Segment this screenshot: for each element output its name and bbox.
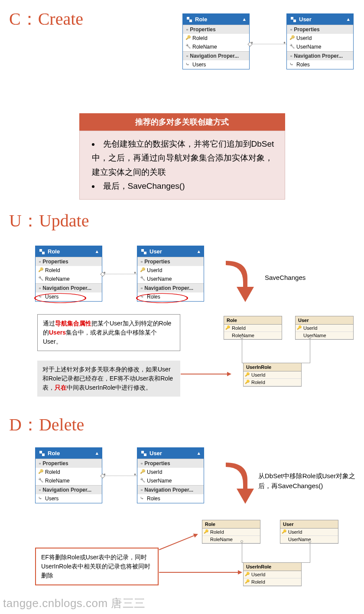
nav-roles: Roles — [287, 60, 353, 69]
db-header: UserInRole — [244, 563, 301, 571]
slide-update: U：Update Role ▴ ▫Properties RoleId RoleN… — [0, 202, 364, 406]
entity-header: Role ▴ — [36, 246, 102, 257]
properties-section: ▫Properties — [137, 257, 204, 266]
nav-section: ▫Navigation Proper... — [137, 283, 204, 292]
svg-rect-4 — [39, 249, 42, 252]
prop-userid: UserId — [287, 34, 353, 43]
entity-header: User ▴ — [137, 448, 204, 459]
db-connector — [302, 363, 310, 363]
chevron-up-icon: ▴ — [198, 249, 200, 254]
slide-create: C：Create Role ▴ ▫Properties RoleId RoleN… — [0, 0, 364, 202]
slide-title-update: U：Update — [9, 209, 359, 233]
callout-item-2: 最后，SaveChanges() — [92, 179, 277, 193]
svg-rect-1 — [189, 20, 192, 22]
db-col: RoleName — [224, 332, 282, 339]
slide-title-delete: D：Delete — [9, 413, 359, 437]
svg-rect-8 — [39, 451, 42, 453]
prop-roleid: RoleId — [183, 34, 249, 43]
thin-arrow-icon — [159, 572, 241, 573]
svg-rect-3 — [293, 20, 296, 22]
svg-rect-7 — [144, 252, 146, 254]
nav-roles: Roles — [137, 494, 204, 503]
chevron-up-icon: ▴ — [243, 16, 246, 22]
savechanges-label: SaveChanges — [265, 274, 306, 281]
chevron-up-icon: ▴ — [96, 249, 98, 254]
prop-username: UserName — [137, 275, 204, 283]
entity-name: User — [299, 16, 312, 23]
textbox-delete-note: EF将删除Role或User表中的记录，同时UserInRole表中相关联的记录… — [35, 548, 159, 585]
db-table-junction: UserInRole UserId RoleId — [243, 363, 302, 387]
db-connector — [242, 338, 242, 363]
prop-roleid: RoleId — [36, 468, 102, 476]
svg-rect-0 — [187, 17, 189, 20]
db-connector-end — [309, 336, 311, 339]
db-connector — [242, 562, 250, 563]
prop-rolename: RoleName — [36, 476, 102, 485]
db-col: UserId — [244, 571, 301, 578]
prop-rolename: RoleName — [183, 43, 249, 51]
connector — [103, 274, 137, 274]
entity-user: User ▴ ▫Properties UserId UserName ▫Navi… — [137, 447, 204, 503]
svg-rect-2 — [291, 17, 293, 20]
db-col: UserId — [244, 371, 301, 379]
prop-username: UserName — [287, 43, 353, 51]
db-table-user: User UserId UserName — [295, 316, 354, 340]
entity-user: User ▴ ▫Properties UserId UserName ▫Navi… — [137, 246, 204, 302]
entity-header: User ▴ — [287, 14, 353, 25]
big-arrow-icon — [221, 261, 256, 304]
entity-header: Role ▴ — [183, 14, 249, 25]
db-connector — [242, 363, 250, 363]
slide-delete: D：Delete Role ▴ ▫Properties RoleId RoleN… — [0, 406, 364, 614]
thin-arrow-icon — [181, 374, 231, 374]
db-connector-end — [309, 540, 311, 543]
entity-role: Role ▴ ▫Properties RoleId RoleName ▫Navi… — [35, 246, 102, 302]
svg-rect-10 — [141, 451, 144, 453]
prop-username: UserName — [137, 476, 204, 485]
properties-section: ▫Properties — [287, 25, 353, 34]
entity-name: User — [150, 450, 162, 456]
nav-users: Users — [36, 494, 102, 503]
db-connector — [310, 338, 310, 363]
db-header: Role — [202, 520, 260, 529]
connector — [250, 44, 286, 44]
db-connector-end — [240, 336, 243, 339]
svg-rect-6 — [141, 249, 144, 252]
textbox-nav-explanation: 通过导航集合属性把某个User加入到特定的Role的Users集合中，或者从此集… — [37, 314, 180, 351]
properties-section: ▫Properties — [36, 257, 102, 266]
chevron-up-icon: ▴ — [96, 450, 98, 456]
entity-header: Role ▴ — [36, 448, 102, 459]
prop-userid: UserId — [137, 468, 204, 476]
entity-name: Role — [48, 248, 60, 255]
nav-section: ▫Navigation Proper... — [137, 485, 204, 494]
db-connector — [310, 542, 310, 562]
properties-section: ▫Properties — [183, 25, 249, 34]
db-header: Role — [224, 316, 282, 325]
db-table-role: Role RoleId RoleName — [202, 520, 260, 544]
entity-name: Role — [48, 450, 60, 456]
watermark: tangge.cnblogs.com 唐三三 — [3, 596, 146, 611]
nav-users: Users — [183, 60, 249, 69]
db-col: RoleId — [202, 529, 260, 536]
db-col: UserId — [296, 325, 353, 332]
nav-users: Users — [36, 292, 102, 301]
db-col: RoleId — [244, 379, 301, 386]
nav-section: ▫Navigation Proper... — [36, 283, 102, 292]
callout-box: 推荐的多对多关联创建方式 先创建独立的数据实体，并将它们追加到DbSet中，之后… — [79, 113, 285, 200]
prop-roleid: RoleId — [36, 266, 102, 275]
properties-section: ▫Properties — [137, 459, 204, 468]
entity-role: Role ▴ ▫Properties RoleId RoleName ▫Navi… — [35, 447, 102, 503]
db-table-junction: UserInRole UserId RoleId — [243, 562, 302, 586]
chevron-up-icon: ▴ — [347, 16, 350, 22]
db-col: UserId — [280, 529, 338, 536]
db-col: UserName — [296, 332, 353, 339]
entity-name: User — [150, 248, 162, 255]
connector — [103, 476, 137, 476]
nav-roles: Roles — [137, 292, 204, 301]
db-connector — [242, 542, 242, 562]
callout-body: 先创建独立的数据实体，并将它们追加到DbSet中，之后，再通过向导航对象集合添加… — [79, 131, 285, 200]
db-connector-end — [240, 540, 243, 543]
thin-arrow-icon — [159, 534, 198, 550]
db-header: UserInRole — [244, 363, 301, 371]
nav-section: ▫Navigation Proper... — [287, 51, 353, 60]
entity-name: Role — [195, 16, 207, 23]
